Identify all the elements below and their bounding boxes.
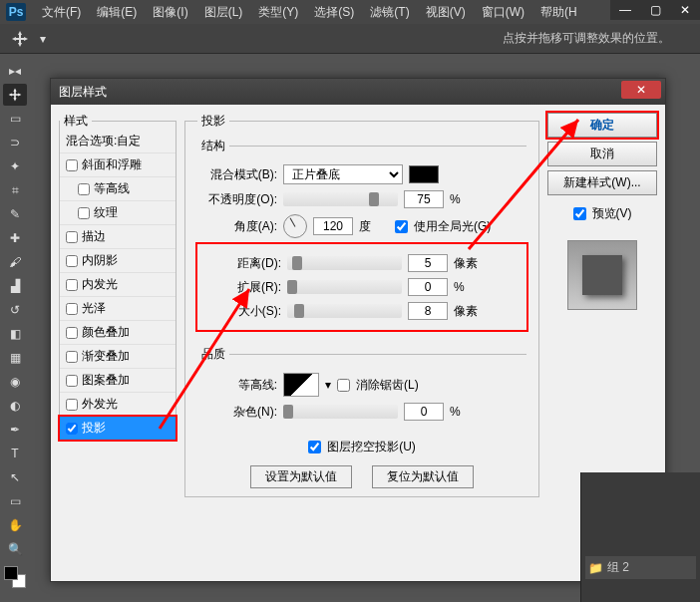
style-label-8: 颜色叠加 [82, 324, 130, 341]
shape-tool[interactable]: ▭ [3, 490, 27, 512]
style-checkbox-5[interactable] [66, 255, 78, 267]
preview-checkbox[interactable] [573, 207, 586, 220]
menu-file[interactable]: 文件(F) [34, 4, 89, 21]
style-item-3[interactable]: 纹理 [60, 201, 175, 225]
eraser-tool[interactable]: ◧ [3, 323, 27, 345]
style-item-4[interactable]: 描边 [60, 225, 175, 249]
style-item-2[interactable]: 等高线 [60, 177, 175, 201]
history-brush-tool[interactable]: ↺ [3, 299, 27, 321]
angle-input[interactable] [313, 217, 353, 235]
move-tool[interactable] [3, 84, 27, 106]
color-swatch[interactable] [4, 566, 26, 588]
set-default-button[interactable]: 设置为默认值 [250, 465, 352, 488]
new-style-button[interactable]: 新建样式(W)... [547, 170, 657, 195]
style-checkbox-4[interactable] [66, 231, 78, 243]
size-input[interactable] [408, 302, 448, 320]
heal-tool[interactable]: ✚ [3, 227, 27, 249]
menu-layer[interactable]: 图层(L) [196, 4, 251, 21]
blend-mode-select[interactable]: 正片叠底 [283, 164, 403, 184]
path-select-tool[interactable]: ↖ [3, 466, 27, 488]
menu-filter[interactable]: 滤镜(T) [362, 4, 417, 21]
menu-edit[interactable]: 编辑(E) [89, 4, 145, 21]
dialog-titlebar[interactable]: 图层样式 ✕ [51, 79, 665, 105]
stamp-tool[interactable]: ▟ [3, 275, 27, 297]
blur-tool[interactable]: ◉ [3, 371, 27, 393]
structure-legend: 结构 [197, 138, 229, 154]
style-item-9[interactable]: 渐变叠加 [60, 345, 175, 369]
menu-view[interactable]: 视图(V) [418, 4, 474, 21]
noise-unit: % [450, 405, 480, 419]
style-item-1[interactable]: 斜面和浮雕 [60, 153, 175, 177]
style-item-11[interactable]: 外发光 [60, 393, 175, 417]
menu-help[interactable]: 帮助(H [532, 4, 585, 21]
opacity-slider[interactable] [283, 192, 398, 206]
spread-slider[interactable] [287, 280, 402, 294]
style-item-12[interactable]: 投影 [60, 417, 175, 440]
brush-tool[interactable]: 🖌 [3, 251, 27, 273]
foreground-color[interactable] [4, 566, 18, 580]
toolbox: ▸◂ ▭ ⊃ ✦ ⌗ ✎ ✚ 🖌 ▟ ↺ ◧ ▦ ◉ ◐ ✒ T ↖ ▭ ✋ 🔍 [0, 54, 30, 588]
menu-window[interactable]: 窗口(W) [474, 4, 532, 21]
style-checkbox-6[interactable] [66, 279, 78, 291]
style-checkbox-10[interactable] [66, 375, 78, 387]
size-slider[interactable] [287, 304, 402, 318]
eyedropper-tool[interactable]: ✎ [3, 203, 27, 225]
menu-type[interactable]: 类型(Y) [250, 4, 306, 21]
noise-slider[interactable] [283, 405, 398, 419]
crop-tool[interactable]: ⌗ [3, 179, 27, 201]
quality-legend: 品质 [197, 346, 229, 363]
lasso-tool[interactable]: ⊃ [3, 132, 27, 153]
reset-default-button[interactable]: 复位为默认值 [372, 465, 474, 488]
collapse-icon[interactable]: ▸◂ [3, 60, 27, 82]
style-checkbox-1[interactable] [66, 159, 78, 171]
pen-tool[interactable]: ✒ [3, 419, 27, 441]
knockout-checkbox[interactable] [308, 441, 321, 453]
noise-label: 杂色(N): [197, 404, 277, 421]
angle-dial[interactable] [283, 214, 307, 238]
style-item-7[interactable]: 光泽 [60, 297, 175, 321]
contour-picker[interactable] [283, 373, 319, 397]
style-item-8[interactable]: 颜色叠加 [60, 321, 175, 345]
style-checkbox-11[interactable] [66, 399, 78, 411]
style-checkbox-8[interactable] [66, 327, 78, 339]
wand-tool[interactable]: ✦ [3, 155, 27, 177]
maximize-button[interactable]: ▢ [640, 0, 670, 20]
menu-select[interactable]: 选择(S) [306, 4, 362, 21]
style-checkbox-3[interactable] [78, 207, 90, 219]
dropdown-arrow-icon[interactable]: ▾ [40, 32, 46, 46]
dialog-close-button[interactable]: ✕ [621, 81, 661, 99]
style-item-6[interactable]: 内发光 [60, 273, 175, 297]
distance-slider[interactable] [287, 256, 402, 270]
global-light-checkbox[interactable] [395, 220, 408, 233]
contour-dropdown-icon[interactable]: ▾ [325, 378, 331, 392]
minimize-button[interactable]: — [610, 0, 640, 20]
style-checkbox-9[interactable] [66, 351, 78, 363]
shadow-color-swatch[interactable] [409, 165, 439, 183]
opacity-input[interactable] [404, 190, 444, 208]
style-item-5[interactable]: 内阴影 [60, 249, 175, 273]
folder-icon[interactable]: 📁 [588, 561, 603, 575]
style-checkbox-12[interactable] [66, 423, 78, 435]
layer-style-dialog: 图层样式 ✕ 样式 混合选项:自定斜面和浮雕等高线纹理描边内阴影内发光光泽颜色叠… [50, 78, 666, 582]
ok-button[interactable]: 确定 [547, 113, 657, 138]
type-tool[interactable]: T [3, 443, 27, 464]
antialias-checkbox[interactable] [337, 379, 350, 392]
zoom-tool[interactable]: 🔍 [3, 538, 27, 560]
style-checkbox-7[interactable] [66, 303, 78, 315]
styles-legend: 样式 [60, 113, 92, 130]
style-checkbox-2[interactable] [78, 183, 90, 195]
group-label[interactable]: 组 2 [607, 559, 629, 576]
distance-input[interactable] [408, 254, 448, 272]
distance-unit: 像素 [454, 255, 484, 272]
noise-input[interactable] [404, 403, 444, 421]
marquee-tool[interactable]: ▭ [3, 108, 27, 130]
spread-input[interactable] [408, 278, 448, 296]
cancel-button[interactable]: 取消 [547, 142, 657, 166]
style-item-0[interactable]: 混合选项:自定 [60, 130, 175, 153]
hand-tool[interactable]: ✋ [3, 514, 27, 536]
dodge-tool[interactable]: ◐ [3, 395, 27, 417]
style-item-10[interactable]: 图案叠加 [60, 369, 175, 393]
menu-image[interactable]: 图像(I) [145, 4, 195, 21]
close-button[interactable]: ✕ [670, 0, 700, 20]
gradient-tool[interactable]: ▦ [3, 347, 27, 369]
